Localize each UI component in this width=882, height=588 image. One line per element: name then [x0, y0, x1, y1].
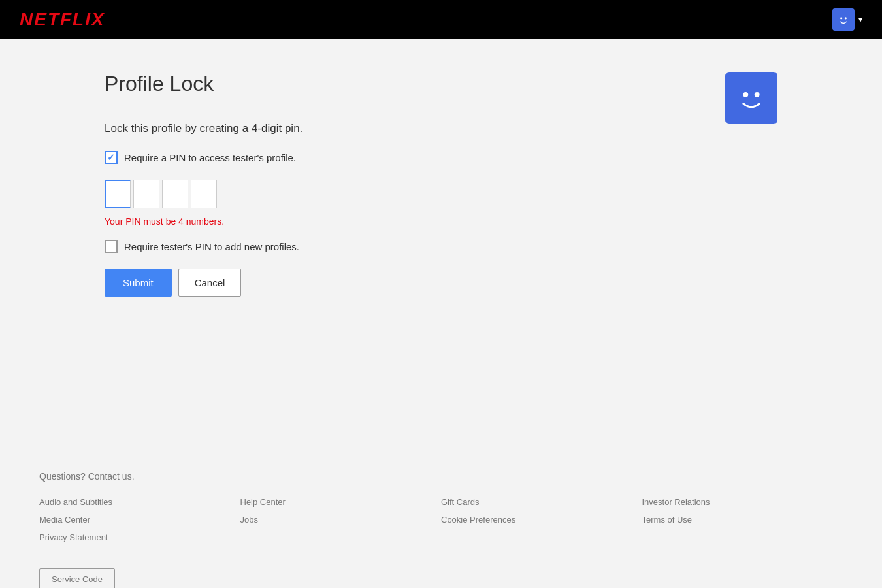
button-row: Submit Cancel [105, 269, 777, 297]
footer-link-investor[interactable]: Investor Relations [642, 497, 843, 507]
svg-point-2 [743, 92, 748, 97]
checkbox-pin-access-row: ✓ Require a PIN to access tester's profi… [105, 151, 777, 164]
checkbox-pin-access[interactable]: ✓ [105, 151, 118, 164]
page-title: Profile Lock [105, 72, 777, 96]
footer-contact-text: Questions? [39, 471, 88, 482]
netflix-logo: NETFLIX [20, 9, 105, 30]
profile-avatar-small[interactable] [832, 8, 855, 31]
pin-input-3[interactable] [162, 180, 188, 208]
pin-input-container [105, 180, 777, 208]
footer-link-gift[interactable]: Gift Cards [441, 497, 642, 507]
subtitle: Lock this profile by creating a 4-digit … [105, 122, 777, 135]
footer-link-audio[interactable]: Audio and Subtitles [39, 497, 240, 507]
footer-link-help[interactable]: Help Center [240, 497, 442, 507]
dropdown-arrow-icon[interactable]: ▾ [858, 15, 862, 24]
checkbox-add-profiles-label: Require tester's PIN to add new profiles… [124, 241, 299, 252]
contact-link[interactable]: Contact us. [88, 471, 135, 482]
service-code-button[interactable]: Service Code [39, 568, 115, 588]
checkbox-add-profiles[interactable] [105, 240, 118, 253]
svg-point-0 [840, 17, 842, 19]
checkbox-add-profiles-row: Require tester's PIN to add new profiles… [105, 240, 777, 253]
footer-links: Audio and Subtitles Help Center Gift Car… [39, 497, 843, 542]
header-right: ▾ [832, 8, 862, 31]
pin-input-2[interactable] [133, 180, 159, 208]
footer-link-media[interactable]: Media Center [39, 515, 240, 525]
smiley-icon [836, 12, 851, 27]
pin-input-4[interactable] [191, 180, 217, 208]
footer-contact: Questions? Contact us. [39, 471, 843, 482]
svg-point-1 [845, 17, 847, 19]
pin-input-1[interactable] [105, 180, 131, 208]
profile-avatar-large [725, 72, 777, 124]
footer-link-terms[interactable]: Terms of Use [642, 515, 843, 525]
footer: Questions? Contact us. Audio and Subtitl… [0, 431, 882, 588]
footer-link-privacy[interactable]: Privacy Statement [39, 532, 240, 542]
checkbox-pin-access-label: Require a PIN to access tester's profile… [124, 152, 296, 163]
svg-point-3 [755, 92, 760, 97]
main-content: Profile Lock Lock this profile by creati… [0, 39, 882, 431]
smiley-large-icon [734, 81, 768, 115]
footer-link-cookie[interactable]: Cookie Preferences [441, 515, 642, 525]
header: NETFLIX ▾ [0, 0, 882, 39]
pin-error-message: Your PIN must be 4 numbers. [105, 216, 777, 227]
checkmark-icon: ✓ [107, 152, 115, 163]
footer-link-jobs[interactable]: Jobs [240, 515, 442, 525]
submit-button[interactable]: Submit [105, 269, 172, 297]
footer-divider [39, 451, 843, 451]
cancel-button[interactable]: Cancel [178, 269, 242, 297]
